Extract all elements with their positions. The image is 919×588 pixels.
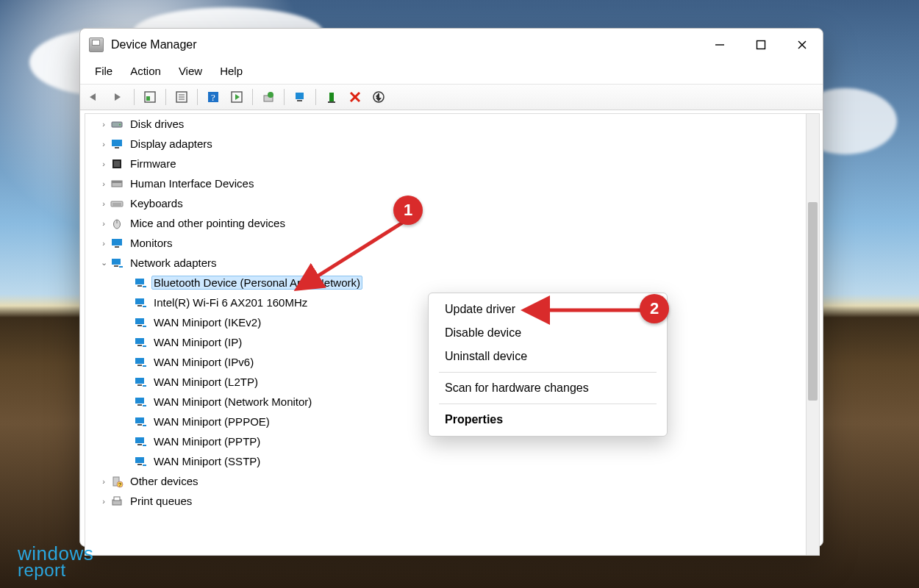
svg-rect-71 (137, 444, 142, 445)
disable-device-button[interactable] (290, 87, 310, 107)
mouse-icon (110, 217, 124, 230)
tree-category-label: Firmware (128, 157, 179, 171)
tree-category[interactable]: ›Human Interface Devices (85, 173, 806, 193)
context-menu-item[interactable]: Uninstall device (429, 345, 667, 368)
expand-icon[interactable]: › (99, 477, 109, 486)
menu-file[interactable]: File (87, 62, 120, 79)
scrollbar-thumb[interactable] (808, 202, 818, 401)
svg-marker-27 (376, 98, 382, 101)
svg-rect-53 (137, 325, 142, 326)
display-icon (110, 137, 124, 151)
scan-button[interactable] (226, 87, 247, 107)
help-button[interactable]: ? (203, 87, 224, 107)
svg-rect-42 (115, 246, 119, 248)
other-icon: ? (110, 475, 124, 488)
svg-rect-49 (135, 298, 144, 304)
enable-device-button[interactable] (321, 87, 342, 107)
context-menu-item[interactable]: Scan for hardware changes (429, 376, 667, 400)
svg-rect-80 (114, 497, 120, 501)
svg-rect-52 (135, 318, 144, 324)
uninstall-device-button[interactable] (345, 87, 365, 107)
tree-category-label: Display adapters (128, 137, 215, 151)
add-legacy-button[interactable] (368, 87, 389, 107)
network-icon (134, 336, 147, 349)
svg-rect-31 (115, 147, 119, 148)
expand-icon[interactable]: › (99, 159, 109, 168)
show-hidden-button[interactable] (140, 87, 160, 107)
device-manager-window: Device Manager File Action View Help ? (79, 28, 823, 547)
svg-rect-35 (112, 181, 122, 183)
tree-category[interactable]: ›?Other devices (85, 471, 806, 491)
tree-category[interactable]: ›Print queues (85, 491, 806, 511)
network-icon (134, 395, 147, 409)
tree-category-label: Other devices (128, 474, 201, 488)
window-title: Device Manager (111, 38, 197, 51)
tree-item[interactable]: Bluetooth Device (Personal Area Network) (85, 273, 806, 293)
svg-line-82 (312, 217, 412, 279)
tree-item[interactable]: WAN Miniport (SSTP) (85, 451, 806, 471)
menu-view[interactable]: View (171, 62, 210, 79)
expand-icon[interactable]: › (99, 239, 109, 248)
context-menu-item[interactable]: Disable device (429, 321, 667, 345)
svg-rect-46 (135, 279, 144, 284)
expand-icon[interactable]: › (99, 497, 109, 506)
disk-icon (110, 118, 124, 131)
network-icon (134, 376, 147, 389)
tree-category-label: Monitors (128, 236, 175, 250)
svg-rect-58 (135, 358, 144, 364)
expand-icon[interactable]: › (99, 219, 109, 228)
tree-item-label: WAN Miniport (PPPOE) (151, 415, 272, 429)
close-button[interactable] (782, 29, 823, 61)
expand-icon[interactable]: › (99, 140, 109, 148)
expand-icon[interactable]: › (99, 179, 109, 188)
update-driver-button[interactable] (258, 87, 279, 107)
tree-item-label: WAN Miniport (SSTP) (151, 454, 262, 468)
svg-rect-7 (146, 96, 150, 101)
tree-item-label: Intel(R) Wi-Fi 6 AX201 160MHz (151, 295, 310, 309)
menubar: File Action View Help (80, 61, 823, 84)
network-icon (134, 415, 147, 429)
expand-icon[interactable]: › (99, 199, 109, 208)
svg-rect-64 (135, 398, 144, 404)
svg-marker-4 (90, 93, 96, 101)
expand-icon[interactable]: › (99, 120, 109, 129)
tree-item-label: WAN Miniport (IP) (151, 335, 244, 349)
svg-rect-73 (135, 457, 144, 463)
expand-icon[interactable]: ⌄ (99, 258, 109, 268)
tree-category-label: Disk drives (128, 117, 186, 131)
tree-category[interactable]: ›Display adapters (85, 134, 806, 154)
tree-category-label: Print queues (128, 494, 194, 508)
back-button[interactable] (85, 87, 105, 107)
forward-button[interactable] (108, 87, 129, 107)
tree-item-label: WAN Miniport (L2TP) (151, 375, 260, 389)
svg-rect-47 (137, 285, 142, 287)
svg-rect-61 (135, 378, 144, 384)
tree-category[interactable]: ›Mice and other pointing devices (85, 213, 806, 233)
tree-category[interactable]: ›Keyboards (85, 193, 806, 213)
firmware-icon (110, 157, 124, 171)
tree-category[interactable]: ›Disk drives (85, 114, 806, 134)
vertical-scrollbar[interactable] (806, 113, 820, 556)
svg-marker-15 (235, 94, 240, 100)
properties-button[interactable] (171, 87, 192, 107)
menu-help[interactable]: Help (212, 62, 250, 79)
svg-point-29 (119, 123, 121, 125)
menu-action[interactable]: Action (123, 62, 168, 79)
toolbar: ? (80, 84, 823, 110)
titlebar[interactable]: Device Manager (80, 29, 823, 61)
tree-category[interactable]: ⌄Network adapters (85, 253, 806, 273)
tree-category-label: Keyboards (128, 196, 185, 210)
svg-rect-50 (137, 305, 142, 306)
svg-text:?: ? (211, 92, 215, 103)
context-menu-item[interactable]: Properties (429, 408, 667, 431)
tree-category[interactable]: ›Firmware (85, 154, 806, 173)
app-icon (89, 37, 104, 52)
svg-rect-1 (757, 41, 765, 49)
svg-rect-19 (297, 100, 302, 101)
svg-rect-20 (329, 93, 334, 101)
maximize-button[interactable] (740, 29, 782, 61)
keyboard-icon (110, 197, 124, 210)
context-menu-separator (439, 372, 657, 373)
tree-category[interactable]: ›Monitors (85, 233, 806, 253)
minimize-button[interactable] (699, 29, 740, 61)
